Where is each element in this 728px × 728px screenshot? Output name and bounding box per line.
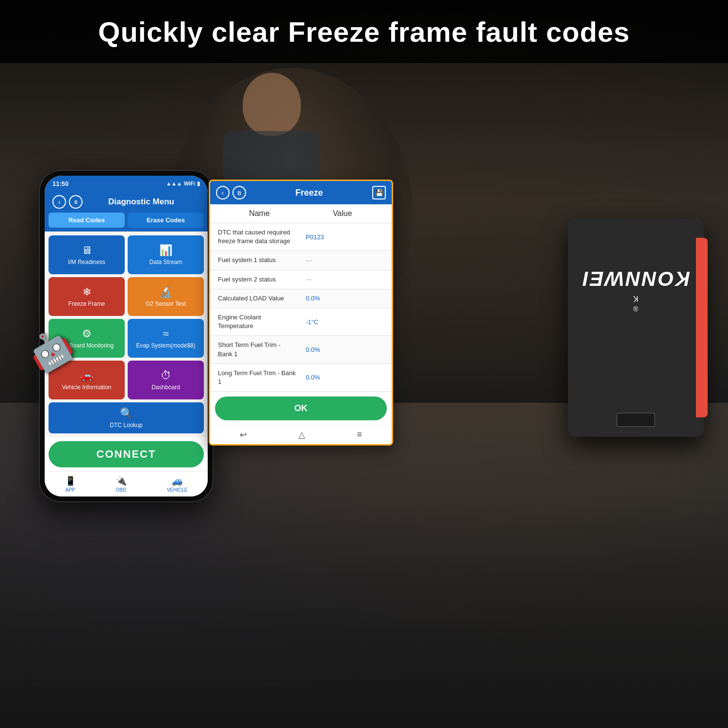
device-red-accent [696,238,708,417]
car-background [0,485,728,728]
freeze-row-name-4: Engine Coolant Temperature [218,313,296,331]
freeze-back-button[interactable]: ‹ [216,186,230,199]
freeze-row-value-6: 0.0% [296,374,384,381]
phone-nav-bar: ‹ ʙ Diagnostic Menu [45,191,208,213]
nav-back-icon[interactable]: ↩ [240,430,247,440]
menu-label-dashboard: Dashboard [151,384,180,391]
bottom-nav-obd-label: OBD [116,487,127,493]
on-board-icon: ⚙ [82,328,92,340]
obd-icon: 🔌 [116,476,127,486]
freeze-row-5: Short Term Fuel Trim - Bank 1 0.0% [210,336,392,364]
device-body: KONNWEI K ® [568,218,704,437]
bottom-nav-obd[interactable]: 🔌 OBD [116,476,127,493]
konnwei-device: KONNWEI K ® [568,218,704,437]
freeze-table-header: Name Value [210,204,392,223]
menu-label-data-stream: Data Stream [149,259,182,265]
menu-label-o2-sensor: O2 Sensor Test [146,300,186,307]
connect-button[interactable]: CONNECT [49,441,204,467]
bottom-nav-vehicle[interactable]: 🚙 VEHICLE [167,476,188,493]
freeze-bluetooth-icon: ʙ [232,186,246,199]
device-logo-text: KONNWEI [576,267,696,290]
menu-item-im-readiness[interactable]: 🖥 I/M Readiness [49,235,125,274]
freeze-row-value-5: 0.0% [296,346,384,353]
freeze-row-name-6: Long Term Fuel Trim - Bank 1 [218,369,296,386]
menu-label-freeze-frame: Freeze Frame [68,300,105,307]
freeze-row-3: Calculated LOAD Value 0.0% [210,289,392,308]
status-icons: ▲▲▲ WiFi ▮ [166,181,200,187]
device-brand-name: KONNWEI [581,267,690,290]
dashboard-icon: ⏱ [161,369,171,382]
menu-item-data-stream[interactable]: 📊 Data Stream [128,235,204,274]
freeze-row-value-3: 0.0% [296,295,384,302]
menu-item-evap[interactable]: ≈ Evap System(mode$8) [128,319,204,358]
freeze-title: Freeze [246,188,372,198]
phone-time: 11:50 [52,180,68,187]
col-header-name: Name [218,209,301,218]
col-header-value: Value [301,209,384,218]
freeze-row-6: Long Term Fuel Trim - Bank 1 0.0% [210,364,392,392]
bottom-nav-app-label: APP [66,487,75,493]
vehicle-icon: 🚙 [172,476,182,486]
menu-label-dtc-lookup: DTC Lookup [110,422,142,429]
phone-back-button[interactable]: ‹ [52,195,66,209]
app-icon: 📱 [65,476,76,486]
wifi-icon: WiFi [184,181,195,186]
freeze-save-button[interactable]: 💾 [372,186,386,199]
freeze-header: ‹ ʙ Freeze 💾 [210,181,392,204]
phone-menu-grid: 🖥 I/M Readiness 📊 Data Stream ❄ Freeze F… [45,232,208,437]
header-bar: Quickly clear Freeze frame fault codes [0,0,728,63]
person-head [243,73,301,136]
dtc-lookup-icon: 🔍 [120,407,133,420]
menu-item-dtc-lookup[interactable]: 🔍 DTC Lookup [49,402,204,433]
phone-nav-title: Diagnostic Menu [83,197,200,207]
phone-tab-bar: Read Codes Erase Codes [45,213,208,232]
freeze-frame-icon: ❄ [83,286,91,298]
bluetooth-icon: ʙ [69,195,83,209]
freeze-row-name-5: Short Term Fuel Trim - Bank 1 [218,341,296,358]
nav-menu-icon[interactable]: ≡ [357,430,362,440]
im-readiness-icon: 🖥 [82,244,92,257]
nav-home-icon[interactable]: △ [298,430,305,440]
menu-item-freeze-frame[interactable]: ❄ Freeze Frame [49,277,125,316]
phone-bottom-nav: 📱 APP 🔌 OBD 🚙 VEHICLE [45,471,208,496]
page-title: Quickly clear Freeze frame fault codes [98,16,629,48]
menu-label-im-readiness: I/M Readiness [68,259,105,265]
menu-label-vehicle-info: Vehicle Information [62,384,111,391]
freeze-row-name-0: DTC that caused required freeze frame da… [218,228,296,246]
freeze-row-name-2: Fuel system 2 status [218,275,296,284]
bottom-nav-app[interactable]: 📱 APP [65,476,76,493]
ok-button[interactable]: OK [215,397,387,420]
device-obd-port [616,413,655,427]
freeze-row-1: Fuel system 1 status --- [210,251,392,270]
phone-status-bar: 11:50 ▲▲▲ WiFi ▮ [45,176,208,191]
data-stream-icon: 📊 [159,244,172,257]
battery-icon: ▮ [197,181,200,187]
device-trademark: ® [576,305,696,313]
menu-item-dashboard[interactable]: ⏱ Dashboard [128,361,204,399]
freeze-row-4: Engine Coolant Temperature -1°C [210,308,392,336]
bottom-nav-vehicle-label: VEHICLE [167,487,188,493]
tab-read-codes[interactable]: Read Codes [49,213,125,228]
freeze-row-name-3: Calculated LOAD Value [218,294,296,303]
freeze-row-value-4: -1°C [296,318,384,326]
freeze-row-2: Fuel system 2 status --- [210,270,392,289]
signal-icon: ▲▲▲ [166,181,182,186]
freeze-row-value-1: --- [296,257,384,264]
o2-sensor-icon: 🔬 [159,286,172,298]
freeze-frame-panel: ‹ ʙ Freeze 💾 Name Value DTC that caused … [209,180,393,446]
freeze-bottom-nav: ↩ △ ≡ [210,425,392,444]
device-k-letter: K [576,294,696,303]
freeze-row-0: DTC that caused required freeze frame da… [210,223,392,251]
menu-label-evap: Evap System(mode$8) [136,342,195,349]
vehicle-info-icon: 🚗 [80,369,93,382]
freeze-row-name-1: Fuel system 1 status [218,256,296,265]
freeze-row-value-0: P0123 [296,233,384,241]
tab-erase-codes[interactable]: Erase Codes [128,213,204,228]
phone-screen: 11:50 ▲▲▲ WiFi ▮ ‹ ʙ Diagnostic Menu Rea… [45,176,208,496]
menu-item-o2-sensor[interactable]: 🔬 O2 Sensor Test [128,277,204,316]
freeze-row-value-2: --- [296,276,384,283]
evap-icon: ≈ [163,328,168,340]
